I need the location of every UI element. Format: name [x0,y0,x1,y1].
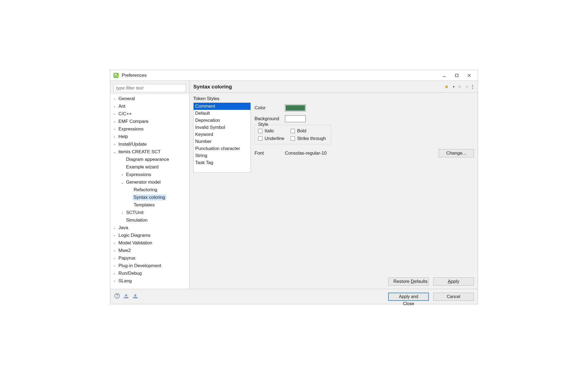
tree-item[interactable]: ›SCTUnit [110,209,189,216]
tree-item-label: Run/Debug [117,270,143,276]
page-header: Syntax coloring ▼ ▼ [189,81,478,93]
chevron-right-icon[interactable]: › [120,211,125,215]
tree-item[interactable]: ›General [110,95,189,103]
chevron-right-icon[interactable]: › [112,120,117,124]
tree-item[interactable]: ›Ant [110,103,189,110]
chevron-right-icon[interactable]: › [112,249,117,253]
token-item[interactable]: Punctuation character [194,145,250,152]
background-swatch[interactable] [285,115,306,122]
token-item[interactable]: Default [194,110,250,117]
chevron-right-icon[interactable]: › [112,135,117,139]
nav-forward-menu-icon[interactable]: ▼ [465,85,468,88]
maximize-button[interactable] [451,71,463,79]
italic-label: Italic [265,128,274,134]
chevron-right-icon[interactable]: › [112,127,117,131]
chevron-down-icon[interactable]: ⌄ [120,180,125,184]
nav-forward-icon[interactable] [458,85,463,89]
tree-item[interactable]: ›Expressions [110,125,189,133]
token-item[interactable]: Keyword [194,131,250,138]
tree-item-label: itemis CREATE SCT [117,149,162,155]
tree-item[interactable]: ›Java [110,224,189,232]
token-item[interactable]: Invalid Symbol [194,124,250,131]
tree-item[interactable]: ›Papyrus [110,254,189,262]
underline-checkbox[interactable]: Underline [258,136,291,141]
tree-item[interactable]: ›Help [110,133,189,140]
tree-item-label: Papyrus [117,255,136,261]
token-item[interactable]: Number [194,138,250,145]
chevron-right-icon[interactable]: › [112,271,117,276]
apply-and-close-button[interactable]: Apply and Close [388,293,429,301]
tree-item[interactable]: ›Run/Debug [110,270,189,277]
chevron-right-icon[interactable]: › [112,104,117,108]
strike-label: Strike through [297,136,326,141]
help-icon[interactable]: ? [114,293,120,300]
export-prefs-icon[interactable] [133,293,139,300]
restore-defaults-button[interactable]: Restore Defaults [388,277,429,286]
tree-item-label: Ant [117,103,127,109]
chevron-right-icon[interactable]: › [112,264,117,268]
svg-point-6 [472,85,473,85]
style-group-label: Style [257,122,269,127]
tree-item-label: EMF Compare [117,119,150,124]
tree-item-label: Mwe2 [117,248,132,254]
token-styles-list[interactable]: CommentDefaultDeprecationInvalid SymbolK… [193,103,251,172]
tree-item[interactable]: ›Logic Diagrams [110,232,189,239]
token-item[interactable]: String [194,152,250,159]
preferences-tree[interactable]: ›General›Ant›C/C++›EMF Compare›Expressio… [110,94,189,289]
strike-checkbox[interactable]: Strike through [291,136,329,141]
apply-button[interactable]: Apply [433,277,474,286]
tree-item[interactable]: ›Expressions [110,171,189,178]
token-item[interactable]: Comment [194,103,250,110]
token-item[interactable]: Deprecation [194,117,250,124]
tree-item-label: Refactoring [133,187,158,193]
tree-item[interactable]: Example wizard [110,163,189,171]
color-swatch[interactable] [285,104,306,111]
close-button[interactable] [463,71,475,79]
tree-item[interactable]: Refactoring [110,186,189,194]
chevron-right-icon[interactable]: › [112,256,117,260]
chevron-right-icon[interactable]: › [120,173,125,177]
tree-item[interactable]: Simulation [110,216,189,224]
nav-back-icon[interactable] [445,85,449,89]
chevron-right-icon[interactable]: › [112,226,117,230]
tree-item[interactable]: ›Install/Update [110,140,189,148]
nav-back-menu-icon[interactable]: ▼ [452,85,455,88]
tree-item[interactable]: ›C/C++ [110,110,189,118]
chevron-right-icon[interactable]: › [112,112,117,116]
chevron-right-icon[interactable]: › [112,234,117,238]
page-title: Syntax coloring [193,84,445,90]
tree-item[interactable]: Templates [110,201,189,209]
style-group: Style Italic Bold Underline [255,125,331,144]
chevron-right-icon[interactable]: › [112,142,117,146]
minimize-button[interactable] [438,71,451,79]
chevron-right-icon[interactable]: › [112,241,117,245]
bold-checkbox[interactable]: Bold [291,128,329,134]
token-item-label: Keyword [195,132,213,137]
tree-item[interactable]: Diagram appearance [110,156,189,163]
bold-label: Bold [297,128,306,134]
change-font-button[interactable]: Change... [439,149,474,157]
chevron-right-icon[interactable]: › [112,279,117,283]
chevron-down-icon[interactable]: ⌄ [112,150,117,154]
token-item[interactable]: Task Tag [194,159,250,166]
tree-item[interactable]: ›SLang [110,277,189,285]
tree-item[interactable]: ›EMF Compare [110,118,189,125]
tree-item[interactable]: ›Plug-in Development [110,262,189,270]
view-menu-icon[interactable] [471,84,474,89]
tree-item[interactable]: Syntax coloring [110,194,189,201]
tree-item[interactable]: ⌄Generator model [110,178,189,186]
tree-item-label: Model Validation [117,240,153,246]
font-value: Consolas-regular-10 [285,151,439,156]
import-prefs-icon[interactable] [123,293,129,300]
cancel-button[interactable]: Cancel [433,293,474,301]
tree-item[interactable]: ›Mwe2 [110,247,189,254]
tree-item-label: Syntax coloring [133,194,166,200]
filter-input[interactable] [114,84,186,92]
tree-item[interactable]: ›Model Validation [110,239,189,247]
color-label: Color [255,105,285,111]
chevron-right-icon[interactable]: › [112,97,117,101]
tree-item[interactable]: ⌄itemis CREATE SCT [110,148,189,156]
tree-item-label: Simulation [125,217,149,223]
sidebar: ›General›Ant›C/C++›EMF Compare›Expressio… [110,81,189,289]
italic-checkbox[interactable]: Italic [258,128,291,134]
